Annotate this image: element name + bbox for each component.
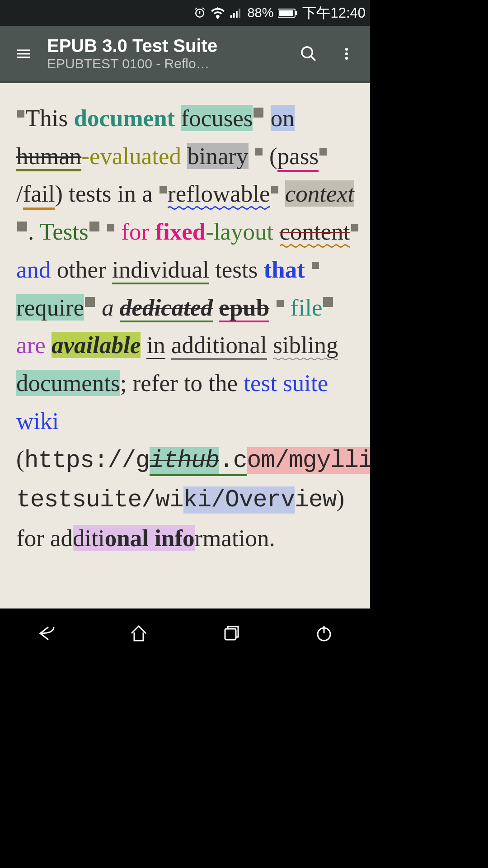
text: ( bbox=[16, 446, 24, 472]
power-button[interactable] bbox=[297, 620, 351, 647]
url-fragment: ki/Overv bbox=[183, 486, 295, 514]
text: . bbox=[28, 218, 40, 245]
reader-content[interactable]: This document focuses on human-evaluated… bbox=[0, 83, 370, 609]
url-fragment: .c bbox=[219, 447, 247, 476]
word-tests: Tests bbox=[40, 218, 89, 245]
text bbox=[273, 218, 279, 245]
svg-rect-2 bbox=[296, 11, 297, 15]
marker-icon bbox=[319, 148, 327, 156]
marker-icon bbox=[107, 224, 114, 231]
text: This bbox=[25, 105, 74, 131]
marker-icon bbox=[312, 262, 319, 269]
word-in: in bbox=[146, 332, 165, 359]
home-icon bbox=[129, 623, 149, 643]
text: ) tests in a bbox=[55, 180, 159, 207]
search-button[interactable] bbox=[294, 39, 323, 68]
android-status-bar: 88% 下午12:40 bbox=[0, 0, 370, 26]
word-that: that bbox=[264, 256, 305, 283]
marker-icon bbox=[253, 108, 263, 118]
android-nav-bar bbox=[0, 609, 370, 658]
marker-icon bbox=[160, 186, 167, 193]
url-fragment: om/mgylli bbox=[247, 447, 370, 474]
word-layout: layout bbox=[214, 218, 273, 245]
word-pass: pass bbox=[277, 143, 319, 172]
text bbox=[279, 180, 285, 207]
text bbox=[264, 105, 270, 131]
text: onal info bbox=[105, 525, 195, 551]
wifi-sync-icon bbox=[211, 6, 225, 20]
text: - bbox=[81, 143, 89, 169]
svg-rect-1 bbox=[279, 10, 293, 16]
app-subtitle: EPUBTEST 0100 - Reflo… bbox=[47, 56, 290, 71]
marker-icon bbox=[85, 297, 95, 307]
text bbox=[149, 218, 155, 245]
word-focuses: focuses bbox=[181, 105, 253, 131]
text bbox=[213, 294, 219, 321]
marker-icon bbox=[17, 222, 27, 231]
word-additional: additional bbox=[171, 332, 267, 360]
text: - bbox=[206, 218, 214, 245]
recent-icon bbox=[221, 623, 241, 643]
text: / bbox=[16, 180, 23, 207]
marker-icon bbox=[17, 110, 24, 118]
word-sibling: sibling bbox=[273, 332, 338, 361]
text bbox=[267, 332, 273, 358]
text: other bbox=[51, 256, 112, 283]
signal-icon bbox=[229, 6, 243, 20]
text: ; refer to the bbox=[120, 370, 244, 396]
hamburger-icon bbox=[15, 45, 32, 62]
back-button[interactable] bbox=[19, 620, 73, 647]
word-a: a bbox=[102, 294, 114, 321]
word-context: context bbox=[285, 180, 354, 207]
text bbox=[46, 332, 52, 358]
word-reflowable: reflowable bbox=[168, 180, 270, 210]
word-require: require bbox=[16, 294, 84, 321]
recent-button[interactable] bbox=[204, 620, 258, 647]
marker-icon bbox=[89, 222, 99, 231]
text: diti bbox=[73, 525, 105, 551]
text bbox=[115, 218, 121, 245]
url-fragment: ithub bbox=[150, 447, 219, 476]
app-title: EPUB 3.0 Test Suite bbox=[47, 36, 290, 56]
word-content: content bbox=[280, 218, 350, 248]
marker-icon bbox=[351, 224, 358, 231]
app-toolbar: EPUB 3.0 Test Suite EPUBTEST 0100 - Refl… bbox=[0, 26, 370, 83]
svg-point-5 bbox=[345, 57, 348, 59]
text bbox=[285, 294, 291, 321]
text bbox=[165, 332, 171, 358]
text bbox=[141, 332, 146, 358]
clock-text: 下午12:40 bbox=[302, 4, 366, 23]
text: rmation. bbox=[195, 525, 275, 551]
word-fail: fail bbox=[23, 180, 55, 210]
svg-rect-6 bbox=[225, 629, 236, 640]
url-fragment: testsuite/wi bbox=[16, 486, 183, 514]
battery-icon bbox=[278, 8, 298, 19]
text bbox=[96, 294, 102, 321]
marker-icon bbox=[323, 297, 333, 307]
back-icon bbox=[35, 623, 57, 643]
home-button[interactable] bbox=[112, 620, 166, 647]
word-human: human bbox=[16, 143, 81, 171]
word-file: file bbox=[291, 294, 323, 321]
title-block: EPUB 3.0 Test Suite EPUBTEST 0100 - Refl… bbox=[47, 36, 290, 71]
text bbox=[114, 294, 120, 321]
word-evaluated: evaluated bbox=[89, 143, 181, 169]
search-icon bbox=[300, 45, 318, 63]
text: tests bbox=[209, 256, 264, 283]
overflow-button[interactable] bbox=[332, 39, 361, 68]
word-and: and bbox=[16, 256, 51, 283]
alarm-icon bbox=[193, 6, 206, 20]
word-binary: binary bbox=[187, 143, 248, 169]
power-icon bbox=[314, 623, 334, 643]
text bbox=[181, 143, 187, 169]
url-fragment: iew bbox=[295, 486, 336, 514]
word-dedicated: dedicated bbox=[120, 294, 213, 322]
word-document: document bbox=[74, 105, 175, 131]
paragraph: This document focuses on human-evaluated… bbox=[16, 99, 365, 557]
text bbox=[175, 105, 181, 131]
word-epub: epub bbox=[219, 294, 269, 322]
menu-button[interactable] bbox=[9, 39, 38, 68]
word-for: for bbox=[121, 218, 149, 245]
marker-icon bbox=[255, 148, 263, 156]
text: ( bbox=[263, 143, 277, 169]
